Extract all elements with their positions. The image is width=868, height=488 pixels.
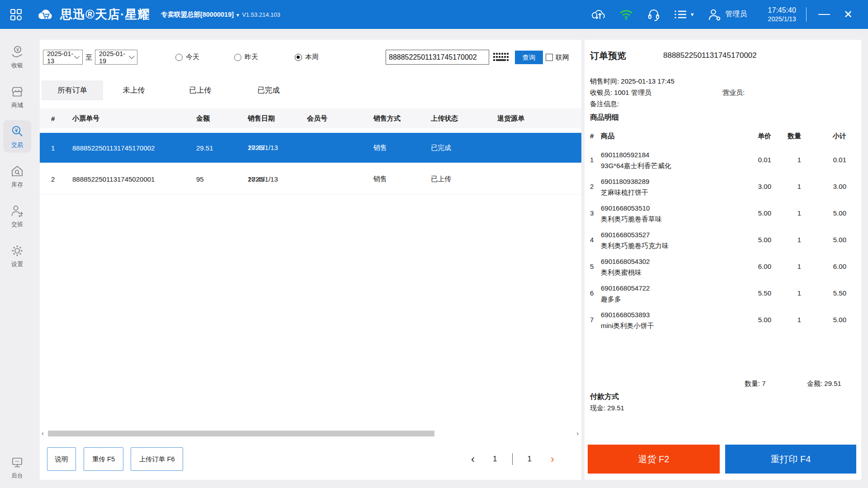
date-from-select[interactable]: 2025-01-13 xyxy=(43,50,83,65)
item-name: 93G*64嘉士利香芒威化 xyxy=(601,160,671,171)
sidebar-item-label: 收银 xyxy=(11,61,23,70)
date-to-select[interactable]: 2025-01-19 xyxy=(95,50,137,65)
item-row: 1 690118059218493G*64嘉士利香芒威化 0.01 1 0.01 xyxy=(585,147,861,174)
refund-button[interactable]: 退货 F2 xyxy=(588,445,720,474)
checkbox-box xyxy=(546,54,553,61)
order-row[interactable]: 1 8888522501131745170002 29.51 2025/1/13… xyxy=(40,133,581,163)
sidebar-item-label: 交班 xyxy=(11,221,23,229)
col-qty: 数量 xyxy=(774,132,801,141)
items-list: 1 690118059218493G*64嘉士利香芒威化 0.01 1 0.01… xyxy=(585,147,861,334)
close-icon[interactable]: ✕ xyxy=(844,9,853,20)
item-barcode: 6901668053893 xyxy=(601,310,654,320)
orders-table-header: # 小票单号 金额 销售日期 会员号 销售方式 上传状态 退货源单 xyxy=(40,108,581,128)
brand-logo-icon xyxy=(37,7,56,22)
headset-icon[interactable] xyxy=(646,8,661,21)
radio-label: 昨天 xyxy=(245,53,258,61)
order-row[interactable]: 2 8888522501131745020001 95 2025/1/1317:… xyxy=(40,164,581,194)
order-preview-panel: 订单预览 8888522501131745170002 销售时间: 2025-0… xyxy=(585,40,861,480)
col-item-index: # xyxy=(590,132,594,140)
mall-icon xyxy=(10,84,24,101)
apps-grid-icon[interactable] xyxy=(10,9,22,21)
help-button[interactable]: 说明 xyxy=(47,447,76,471)
sidebar-item-mall[interactable]: 商城 xyxy=(3,80,31,113)
summary-qty: 数量: 7 xyxy=(745,380,766,388)
upload-orders-button[interactable]: 上传订单 F6 xyxy=(131,447,183,471)
tab-uploaded[interactable]: 已上传 xyxy=(170,80,231,100)
settings-gear-icon xyxy=(10,244,24,260)
date-from-value: 2025-01-13 xyxy=(47,50,76,65)
item-name: 奥利奥巧脆卷香草味 xyxy=(601,214,662,225)
sidebar-item-label: 库存 xyxy=(11,181,23,189)
sidebar-item-trade[interactable]: ¥ 交易 xyxy=(3,120,31,153)
tab-all-orders[interactable]: 所有订单 xyxy=(42,80,103,100)
query-button[interactable]: 查询 xyxy=(515,51,543,64)
store-name: 专卖联盟总部[80000019] xyxy=(161,11,234,18)
inventory-icon xyxy=(10,164,24,181)
preview-title: 订单预览 xyxy=(590,50,626,62)
detail-title: 商品明细 xyxy=(590,113,619,122)
radio-label: 今天 xyxy=(186,53,199,61)
sidebar-item-backend[interactable]: 后台 xyxy=(3,451,31,483)
scrollbar-thumb[interactable] xyxy=(48,431,434,436)
scroll-left-icon[interactable]: ‹ xyxy=(42,429,44,438)
receipt-search-input[interactable] xyxy=(386,50,489,65)
sidebar-item-label: 后台 xyxy=(11,472,23,480)
total-pages: 1 xyxy=(527,455,531,464)
radio-today[interactable]: 今天 xyxy=(175,50,199,65)
tab-completed[interactable]: 已完成 xyxy=(238,80,299,100)
sidebar-item-settings[interactable]: 设置 xyxy=(3,239,31,272)
clock: 17:45:40 2025/1/13 xyxy=(768,5,796,23)
radio-circle xyxy=(175,54,183,61)
sidebar-item-label: 商城 xyxy=(11,101,23,109)
next-page-icon[interactable]: › xyxy=(551,453,554,465)
pagination: ‹ 1 1 › xyxy=(465,447,573,471)
col-product: 商品 xyxy=(601,132,614,141)
sidebar-item-label: 设置 xyxy=(11,260,23,268)
reupload-button[interactable]: 重传 F5 xyxy=(84,447,123,471)
item-barcode: 6901668054302 xyxy=(601,256,650,267)
svg-text:¥: ¥ xyxy=(14,127,18,133)
minimize-icon[interactable] xyxy=(818,14,830,15)
horizontal-scrollbar[interactable]: ‹ › xyxy=(40,429,581,438)
cashier-icon: ¥ xyxy=(10,45,24,61)
order-list-menu[interactable]: ▼ xyxy=(674,9,695,20)
col-member-no: 会员号 xyxy=(307,108,327,128)
brand-name: 思迅®天店·星耀 xyxy=(60,6,150,23)
radio-this-week[interactable]: 本周 xyxy=(295,50,319,65)
cashier-line: 收银员: 1001 管理员 xyxy=(590,89,651,97)
col-sale-date: 销售日期 xyxy=(248,108,275,128)
col-upload-status: 上传状态 xyxy=(431,108,458,128)
user-name: 管理员 xyxy=(726,9,747,19)
checkbox-label: 联网 xyxy=(556,53,569,62)
tab-not-uploaded[interactable]: 未上传 xyxy=(103,80,165,100)
scroll-right-icon[interactable]: › xyxy=(576,429,579,438)
item-barcode: 6901180592184 xyxy=(601,150,671,160)
cloud-sync-icon[interactable] xyxy=(590,8,606,21)
col-amount: 金额 xyxy=(196,108,210,128)
prev-page-icon[interactable]: ‹ xyxy=(471,453,475,465)
item-barcode: 6901180938289 xyxy=(601,176,649,187)
wifi-icon[interactable] xyxy=(618,8,634,20)
item-name: 奥利奥蜜桃味 xyxy=(601,267,650,278)
preview-order-no: 8888522501131745170002 xyxy=(663,51,757,60)
col-refund-source: 退货源单 xyxy=(497,108,524,128)
current-time: 17:45:40 xyxy=(768,5,796,15)
orders-panel: 2025-01-13 至 2025-01-19 今天 昨天 本周 查询 联网 所… xyxy=(40,40,581,480)
keyboard-icon[interactable] xyxy=(493,52,509,62)
cell-amount: 95 xyxy=(196,164,204,194)
app-version: V1.53.214.103 xyxy=(242,11,280,18)
item-name: 奥利奥巧脆卷巧克力味 xyxy=(601,240,669,251)
topbar-divider xyxy=(806,7,807,22)
sidebar-item-cashier[interactable]: ¥ 收银 xyxy=(3,41,31,73)
network-checkbox[interactable]: 联网 xyxy=(546,51,569,64)
radio-yesterday[interactable]: 昨天 xyxy=(234,50,258,65)
sidebar-item-inventory[interactable]: 库存 xyxy=(3,160,31,192)
reprint-button[interactable]: 重打印 F4 xyxy=(725,445,856,474)
user-account[interactable]: 管理员 xyxy=(708,8,747,21)
trade-icon: ¥ xyxy=(10,124,24,141)
store-selector[interactable]: 专卖联盟总部[80000019]▼ V1.53.214.103 xyxy=(161,10,280,19)
sidebar-item-shift[interactable]: 交班 xyxy=(3,200,31,232)
col-sale-method: 销售方式 xyxy=(373,108,401,128)
cell-receipt-no: 8888522501131745170002 xyxy=(72,133,155,163)
payment-title: 付款方式 xyxy=(590,392,619,402)
